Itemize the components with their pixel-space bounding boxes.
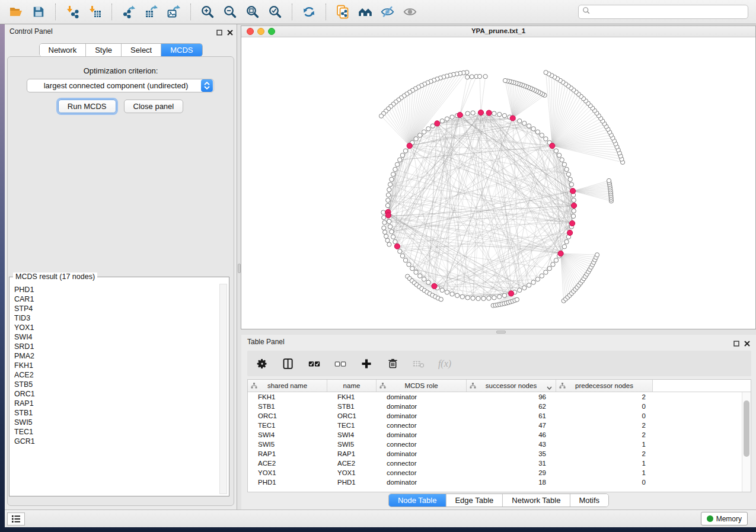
import-network-icon[interactable]	[63, 3, 81, 21]
table-cell[interactable]: ORC1	[327, 411, 377, 421]
mcds-result-item[interactable]: SWI5	[14, 418, 219, 427]
import-table-icon[interactable]	[86, 3, 104, 21]
column-header-mcds-role[interactable]: MCDS role	[377, 380, 467, 392]
table-cell[interactable]: dominator	[377, 477, 467, 487]
table-row[interactable]: STB1STB1dominator620	[248, 402, 742, 411]
zoom-fit-icon[interactable]	[244, 3, 261, 21]
graphics-details-eye-slash-icon[interactable]	[379, 3, 397, 21]
table-row[interactable]: PHD1PHD1dominator180	[248, 477, 742, 487]
table-cell[interactable]: SWI5	[327, 440, 377, 449]
mcds-result-item[interactable]: PHD1	[14, 285, 219, 294]
table-cell[interactable]: SWI4	[248, 430, 327, 440]
search-field[interactable]	[578, 5, 748, 19]
mcds-result-item[interactable]: TEC1	[14, 427, 219, 437]
column-header-successor-nodes[interactable]: successor nodes	[467, 380, 556, 392]
column-header-predecessor-nodes[interactable]: predecessor nodes	[556, 380, 653, 392]
zoom-selected-icon[interactable]	[266, 3, 284, 21]
table-row[interactable]: ORC1ORC1dominator610	[248, 411, 742, 421]
table-cell[interactable]: PHD1	[248, 477, 327, 487]
horizontal-splitter[interactable]	[241, 329, 756, 335]
table-cell[interactable]: 2	[556, 392, 653, 402]
table-cell[interactable]: 61	[467, 411, 556, 421]
table-cell[interactable]: 1	[556, 468, 653, 477]
table-cell[interactable]: 47	[467, 421, 556, 430]
open-session-icon[interactable]	[7, 3, 25, 21]
mcds-result-item[interactable]: TID3	[14, 313, 219, 323]
mcds-result-item[interactable]: ACE2	[14, 370, 219, 380]
close-panel-icon[interactable]	[227, 27, 233, 38]
table-cell[interactable]: 31	[467, 459, 556, 468]
zoom-in-icon[interactable]	[199, 3, 216, 21]
mcds-result-scrollbar[interactable]	[219, 284, 227, 494]
mcds-result-item[interactable]: PMA2	[14, 351, 219, 361]
select-all-icon[interactable]	[308, 357, 321, 370]
table-cell[interactable]: ACE2	[327, 459, 377, 468]
zoom-out-icon[interactable]	[221, 3, 239, 21]
float-panel-icon[interactable]	[216, 27, 222, 38]
table-row[interactable]: TEC1TEC1connector472	[248, 421, 742, 430]
table-cell[interactable]: dominator	[377, 449, 467, 459]
float-panel-icon[interactable]	[733, 338, 739, 349]
network-canvas[interactable]	[241, 37, 755, 329]
tab-mcds[interactable]: MCDS	[161, 44, 202, 56]
table-cell[interactable]: dominator	[377, 411, 467, 421]
tab-network[interactable]: Network	[39, 44, 86, 56]
table-cell[interactable]: SWI5	[248, 440, 327, 449]
add-column-icon[interactable]	[360, 357, 373, 370]
mcds-result-item[interactable]: STB5	[14, 380, 219, 389]
mcds-result-item[interactable]: SWI4	[14, 332, 219, 342]
table-row[interactable]: FKH1FKH1dominator962	[248, 392, 742, 402]
close-panel-button[interactable]: Close panel	[124, 100, 184, 113]
table-settings-gear-icon[interactable]	[256, 357, 269, 370]
table-cell[interactable]: 35	[467, 449, 556, 459]
mcds-result-item[interactable]: STB1	[14, 408, 219, 418]
horizontal-splitter-handle[interactable]	[496, 331, 506, 334]
table-cell[interactable]: 2	[556, 449, 653, 459]
mcds-result-item[interactable]: SRD1	[14, 342, 219, 351]
tab-edge-table[interactable]: Edge Table	[446, 494, 503, 507]
table-cell[interactable]: ACE2	[248, 459, 327, 468]
table-cell[interactable]: TEC1	[327, 421, 377, 430]
tab-select[interactable]: Select	[122, 44, 161, 56]
mcds-result-item[interactable]: RAP1	[14, 399, 219, 408]
sort-descending-icon[interactable]	[547, 384, 552, 391]
deselect-all-icon[interactable]	[334, 357, 347, 370]
mcds-result-list[interactable]: PHD1CAR1STP4TID3YOX1SWI4SRD1PMA2FKH1ACE2…	[10, 283, 219, 495]
column-visibility-icon[interactable]	[282, 357, 295, 370]
table-scrollbar-thumb[interactable]	[744, 400, 749, 457]
table-cell[interactable]: RAP1	[248, 449, 327, 459]
refresh-icon[interactable]	[300, 3, 318, 21]
mcds-result-item[interactable]: YOX1	[14, 323, 219, 332]
export-network-icon[interactable]	[120, 3, 138, 21]
table-cell[interactable]: FKH1	[327, 392, 377, 402]
table-cell[interactable]: 0	[556, 402, 653, 411]
table-cell[interactable]: PHD1	[327, 477, 377, 487]
table-cell[interactable]: 46	[467, 430, 556, 440]
task-history-button[interactable]	[7, 512, 25, 525]
table-cell[interactable]: SWI4	[327, 430, 377, 440]
table-cell[interactable]: connector	[377, 421, 467, 430]
table-cell[interactable]: YOX1	[327, 468, 377, 477]
tab-style[interactable]: Style	[86, 44, 122, 56]
export-table-icon[interactable]	[142, 3, 160, 21]
table-cell[interactable]: 0	[556, 477, 653, 487]
table-cell[interactable]: YOX1	[248, 468, 327, 477]
table-cell[interactable]: 96	[467, 392, 556, 402]
table-row[interactable]: ACE2ACE2connector311	[248, 459, 742, 468]
table-cell[interactable]: dominator	[377, 402, 467, 411]
table-cell[interactable]: RAP1	[327, 449, 377, 459]
optimization-criterion-select[interactable]: largest connected component (undirected)	[27, 79, 214, 92]
export-image-icon[interactable]	[165, 3, 183, 21]
search-input[interactable]	[591, 8, 748, 16]
table-cell[interactable]: 18	[467, 477, 556, 487]
column-header-name[interactable]: name	[327, 380, 377, 392]
ndex-houses-icon[interactable]	[356, 3, 374, 21]
tab-motifs[interactable]: Motifs	[570, 494, 608, 507]
tab-node-table[interactable]: Node Table	[389, 494, 446, 507]
table-cell[interactable]: 2	[556, 430, 653, 440]
save-session-icon[interactable]	[30, 3, 47, 21]
table-cell[interactable]: 1	[556, 459, 653, 468]
table-row[interactable]: SWI5SWI5connector431	[248, 440, 742, 449]
table-cell[interactable]: TEC1	[248, 421, 327, 430]
table-cell[interactable]: STB1	[327, 402, 377, 411]
